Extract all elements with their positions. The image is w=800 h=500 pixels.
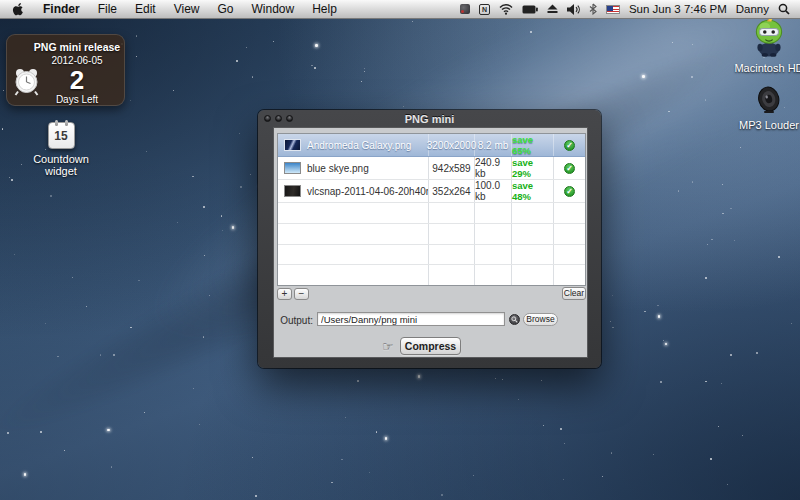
desktop-icon-mp3-louder[interactable]: MP3 Louder [729,86,800,131]
countdown-days-label: Days Left [33,94,121,105]
file-name: Andromeda Galaxy.png [307,140,411,151]
calendar-widget[interactable]: 15 Countdown widget [20,122,102,177]
file-size: 240.9 kb [475,157,512,179]
empty-table-row[interactable] [278,265,585,285]
file-save-percent: save 29% [512,157,554,179]
file-save-percent: save 48% [512,180,554,202]
file-save-percent: save 65% [512,134,554,156]
battery-icon[interactable] [522,5,538,14]
volume-icon[interactable] [567,4,580,15]
green-creature-drive-icon [751,17,787,57]
minimize-button[interactable] [275,115,282,122]
file-name: blue skye.png [307,163,369,174]
remove-file-button[interactable]: − [294,288,309,300]
add-file-button[interactable]: + [277,288,292,300]
countdown-widget[interactable]: PNG mini release 2012-06-05 2 Days Left [6,34,125,106]
close-button[interactable] [264,115,271,122]
calendar-day-number: 15 [49,123,74,150]
apple-menu-icon[interactable] [0,2,34,16]
file-thumbnail [284,139,301,151]
window-controls [264,115,293,122]
calendar-widget-label: Countdown widget [20,153,102,177]
spotlight-icon[interactable] [778,3,790,15]
compress-button[interactable]: Compress [400,337,461,355]
output-label: Output: [274,315,313,326]
menu-bar-clock[interactable]: Sun Jun 3 7:46 PM [629,3,727,15]
file-thumbnail [284,185,301,197]
file-dimensions: 352x264 [429,180,475,202]
menu-bar-left: Finder File Edit View Go Window Help [0,0,346,18]
file-size: 100.0 kb [475,180,512,202]
countdown-days-number: 2 [33,67,121,93]
menu-bar: Finder File Edit View Go Window Help N [0,0,800,19]
zoom-button[interactable] [286,115,293,122]
desktop: Finder File Edit View Go Window Help N [0,0,800,500]
menu-bar-status: N Sun Jun 3 7:46 PM Danny [460,0,800,18]
file-name: vlcsnap-2011-04-06-20h40m36s165.png [307,186,429,197]
input-language-flag-icon[interactable] [606,5,620,14]
magnifier-icon [511,316,518,323]
menu-item-window[interactable]: Window [243,0,304,19]
done-check-icon: ✓ [564,163,575,174]
done-check-icon: ✓ [564,140,575,151]
output-path-field[interactable] [317,312,505,326]
file-table: Andromeda Galaxy.png 3200x2000 8.2 mb sa… [277,133,586,286]
file-dimensions: 942x589 [429,157,475,179]
menu-item-finder[interactable]: Finder [34,0,89,19]
menu-item-help[interactable]: Help [303,0,346,19]
window-title-bar[interactable]: PNG mini [258,110,601,127]
desktop-icon-macintosh-hd[interactable]: Macintosh HD [734,17,800,74]
window-title: PNG mini [405,113,455,125]
table-row[interactable]: blue skye.png 942x589 240.9 kb save 29% … [278,157,585,180]
menu-item-edit[interactable]: Edit [126,0,165,19]
pointing-hand-icon: ☞ [382,339,394,354]
done-check-icon: ✓ [564,186,575,197]
file-dimensions: 3200x2000 [429,134,475,156]
browse-button[interactable]: Browse [523,313,558,326]
output-reveal-button[interactable] [509,314,520,325]
png-mini-window: PNG mini Andromeda Galaxy.png 3200x2000 … [258,110,601,368]
table-row[interactable]: Andromeda Galaxy.png 3200x2000 8.2 mb sa… [278,134,585,157]
menu-item-file[interactable]: File [89,0,126,19]
window-content: Andromeda Galaxy.png 3200x2000 8.2 mb sa… [273,127,588,358]
table-row[interactable]: vlcsnap-2011-04-06-20h40m36s165.png 352x… [278,180,585,203]
menu-bar-user[interactable]: Danny [736,3,769,15]
empty-table-row[interactable] [278,245,585,266]
empty-table-row[interactable] [278,203,585,224]
desktop-icon-label: MP3 Louder [729,119,800,131]
file-size: 8.2 mb [475,134,512,156]
empty-table-row[interactable] [278,224,585,245]
countdown-title: PNG mini release [33,41,121,53]
menu-item-view[interactable]: View [165,0,209,19]
n-status-icon[interactable]: N [479,4,490,15]
menu-extra-app-icon[interactable] [460,4,470,14]
speaker-icon [756,86,782,114]
bluetooth-icon[interactable] [589,3,597,15]
file-thumbnail [284,162,301,174]
eject-icon[interactable] [547,4,558,14]
clear-button[interactable]: Clear [562,287,586,300]
menu-item-go[interactable]: Go [209,0,243,19]
desktop-icon-label: Macintosh HD [734,62,800,74]
calendar-icon: 15 [48,122,75,149]
wifi-icon[interactable] [499,4,513,15]
countdown-texts: PNG mini release 2012-06-05 2 Days Left [33,41,121,105]
